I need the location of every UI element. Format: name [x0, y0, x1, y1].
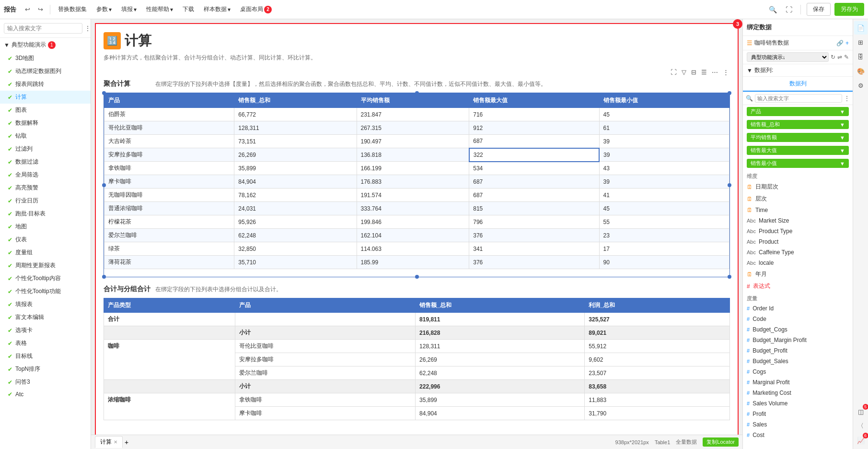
field-time[interactable]: 🗓 Time — [743, 205, 853, 215]
save-btn[interactable]: 保存 — [807, 3, 831, 16]
resize-dot-tm[interactable] — [415, 91, 419, 95]
active-field-min-sales[interactable]: 销售最小值 ▼ — [743, 157, 853, 170]
cell-max-selected[interactable]: 322 — [469, 148, 599, 162]
redo-btn[interactable]: ↪ — [35, 4, 46, 14]
sidebar-item-periodic[interactable]: ✔ 周期性更新报表 — [0, 259, 91, 272]
ds-refresh-btn[interactable]: ↻ — [831, 54, 835, 60]
active-field-sales-sum[interactable]: 销售额_总和 ▼ — [743, 118, 853, 131]
sidebar-item-dynamic[interactable]: ✔ 动态绑定数据图列 — [0, 65, 91, 78]
field-locale[interactable]: Abc locale — [743, 258, 853, 268]
fill-btn[interactable]: 填报 ▾ — [117, 4, 140, 15]
expand-icon[interactable]: ⛶ — [670, 68, 678, 77]
replace-data-btn[interactable]: 替换数据集 — [54, 4, 91, 15]
ds-link-btn[interactable]: ⇌ — [837, 54, 842, 60]
dc-toggle[interactable]: ▼ — [747, 67, 752, 74]
sidebar-item-jump[interactable]: ✔ 报表间跳转 — [0, 78, 91, 91]
field-year-month[interactable]: 🗓 年月 — [743, 268, 853, 280]
field-caffeine-type[interactable]: Abc Caffeine Type — [743, 247, 853, 258]
tab-data-columns[interactable]: 数据列 — [743, 77, 853, 92]
field-budget-cogs[interactable]: # Budget_Cogs — [743, 324, 853, 335]
sidebar-item-atc[interactable]: ✔ Atc — [0, 389, 91, 400]
sidebar-item-table[interactable]: ✔ 表格 — [0, 337, 91, 350]
field-order-id[interactable]: # Order Id — [743, 303, 853, 314]
field-sales-volume[interactable]: # Sales Volume — [743, 398, 853, 409]
sidebar-item-tooltip-content[interactable]: ✔ 个性化Tooltip内容 — [0, 272, 91, 285]
field-market-size[interactable]: Abc Market Size — [743, 215, 853, 226]
strip-report-btn[interactable]: 📄 — [854, 21, 868, 35]
perf-btn[interactable]: 性能帮助 ▾ — [142, 4, 177, 15]
field-formula[interactable]: # 表达式 — [743, 280, 853, 292]
sidebar-search-input[interactable] — [4, 23, 82, 34]
sidebar-item-data-filter[interactable]: ✔ 数据过滤 — [0, 155, 91, 168]
resize-dot-tr[interactable] — [728, 91, 731, 95]
save-as-btn[interactable]: 另存为 — [834, 3, 864, 16]
desktop-layout-btn[interactable]: 桌面布局 2 — [236, 4, 276, 15]
sidebar-item-rich-text[interactable]: ✔ 富文本编辑 — [0, 311, 91, 324]
field-cogs[interactable]: # Cogs — [743, 366, 853, 377]
sidebar-item-filter-col[interactable]: ✔ 过滤列 — [0, 142, 91, 155]
table-icon[interactable]: ☰ — [700, 68, 708, 77]
sidebar-more-btn[interactable]: ⋮ — [84, 24, 91, 32]
add-tab-btn[interactable]: + — [125, 438, 128, 446]
sidebar-item-chart[interactable]: ✔ 图表 — [0, 104, 91, 117]
field-budget-sales[interactable]: # Budget_Sales — [743, 356, 853, 366]
field-hierarchy[interactable]: 🗓 层次 — [743, 193, 853, 205]
resize-dot-bm[interactable] — [415, 275, 419, 279]
sidebar-item-measure-group[interactable]: ✔ 度量组 — [0, 246, 91, 259]
strip-settings-btn[interactable]: ⚙ — [854, 79, 868, 92]
strip-data-btn[interactable]: 🗄 — [854, 50, 868, 63]
dc-search-input[interactable] — [755, 94, 842, 103]
field-code[interactable]: # Code — [743, 314, 853, 324]
field-arrow[interactable]: ▼ — [840, 135, 845, 141]
strip-component-btn[interactable]: ⊞ — [854, 35, 868, 49]
field-product[interactable]: Abc Product — [743, 236, 853, 247]
strip-layers-btn[interactable]: ◫ 5 — [854, 405, 868, 418]
undo-btn[interactable]: ↩ — [22, 4, 33, 14]
sidebar-item-topn[interactable]: ✔ TopN排序 — [0, 363, 91, 376]
dataset-add-btn[interactable]: + — [845, 40, 849, 47]
sidebar-item-batch[interactable]: ✔ 跑批·目标表 — [0, 207, 91, 220]
sidebar-item-target-line[interactable]: ✔ 目标线 — [0, 350, 91, 363]
field-budget-margin-profit[interactable]: # Budget_Margin Profit — [743, 335, 853, 345]
field-cost[interactable]: # Cost — [743, 430, 853, 440]
active-field-product[interactable]: 产品 ▼ — [743, 105, 853, 118]
field-profit[interactable]: # Profit — [743, 409, 853, 419]
sidebar-item-calendar[interactable]: ✔ 行业日历 — [0, 194, 91, 207]
sidebar-item-global-filter[interactable]: ✔ 全局筛选 — [0, 168, 91, 181]
field-arrow[interactable]: ▼ — [840, 148, 845, 154]
params-btn[interactable]: 参数 ▾ — [93, 4, 116, 15]
sidebar-item-calc[interactable]: ✔ 计算 — [0, 91, 91, 104]
field-arrow[interactable]: ▼ — [840, 122, 845, 128]
field-marginal-profit[interactable]: # Marginal Profit — [743, 377, 853, 388]
sample-data-btn[interactable]: 样本数据 ▾ — [200, 4, 234, 15]
sidebar-item-qa3[interactable]: ✔ 问答3 — [0, 376, 91, 389]
sidebar-item-map[interactable]: ✔ 地图 — [0, 220, 91, 233]
dc-more-btn[interactable]: ⋮ — [844, 95, 850, 102]
more2-icon[interactable]: ⋮ — [722, 68, 730, 77]
strip-collapse-btn[interactable]: 〈 — [854, 419, 868, 433]
active-field-max-sales[interactable]: 销售最大值 ▼ — [743, 144, 853, 157]
field-arrow[interactable]: ▼ — [840, 161, 845, 166]
search-toolbar-btn[interactable]: 🔍 — [766, 4, 779, 15]
strip-format-btn[interactable]: 🎨 — [854, 64, 868, 78]
locator-btn[interactable]: 复制Locator — [703, 437, 739, 447]
field-arrow[interactable]: ▼ — [840, 109, 845, 115]
tab-calc[interactable]: 计算 ✕ — [95, 436, 123, 448]
field-date-hierarchy[interactable]: 🗓 日期层次 — [743, 181, 853, 193]
sidebar-item-tooltip-func[interactable]: ✔ 个性化Tooltip功能 — [0, 285, 91, 298]
dataset-link-btn[interactable]: 🔗 — [836, 40, 844, 47]
field-marketing-cost[interactable]: # Marketing Cost — [743, 388, 853, 398]
download-btn[interactable]: 下载 — [179, 4, 198, 15]
columns-icon[interactable]: ⊟ — [690, 68, 697, 77]
more-icon[interactable]: ⋯ — [711, 68, 719, 77]
resize-dot-ml[interactable] — [102, 183, 106, 187]
sidebar-item-fill-report[interactable]: ✔ 填报表 — [0, 298, 91, 311]
field-sales[interactable]: # Sales — [743, 419, 853, 430]
strip-chart-btn[interactable]: 📈 6 — [854, 434, 868, 447]
datasource-select[interactable]: 典型功能演示↓ — [747, 52, 829, 62]
ds-edit-btn[interactable]: ✎ — [844, 54, 849, 60]
resize-dot-br[interactable] — [728, 275, 731, 279]
sidebar-item-drill[interactable]: ✔ 钻取 — [0, 130, 91, 142]
sidebar-item-data-explain[interactable]: ✔ 数据解释 — [0, 117, 91, 130]
resize-dot-mr[interactable] — [728, 183, 731, 187]
